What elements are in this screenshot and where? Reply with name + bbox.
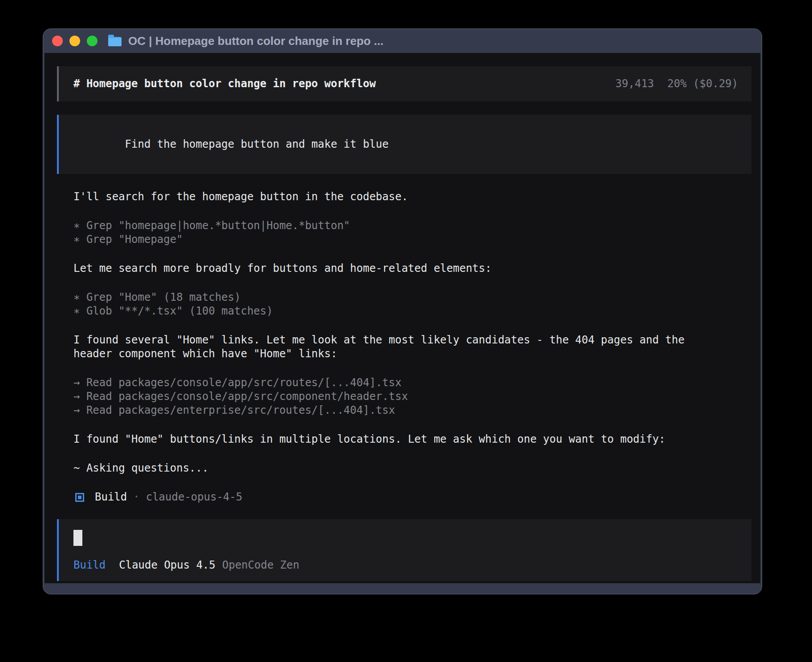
prompt-input[interactable]: Build Claude Opus 4.5 OpenCode Zen (57, 519, 751, 581)
shortcut-hints: ctrl+t variants tab agents ctrl+p comman… (466, 581, 751, 583)
close-button[interactable] (52, 36, 63, 46)
separator-dot: · (133, 490, 139, 504)
hint-label: variants (509, 581, 558, 583)
hint-commands: ctrl+p commands (659, 581, 751, 583)
user-message: Find the homepage button and make it blu… (57, 115, 751, 174)
titlebar: OC | Homepage button color change in rep… (43, 29, 762, 53)
hint-label: agents (602, 581, 639, 583)
hint-variants: ctrl+t variants (466, 581, 558, 583)
token-count: 39,413 (615, 77, 654, 91)
hint-key: ctrl+t (466, 581, 503, 583)
status-bar: esc interrupt ctrl+t variants tab agents… (57, 581, 751, 583)
hint-key: ctrl+p (659, 581, 696, 583)
agent-name: Build (95, 490, 127, 504)
tool-call-grep-glob: ∗ Grep "Home" (18 matches) ∗ Glob "**/*.… (73, 291, 751, 318)
input-provider-name: OpenCode Zen (222, 558, 299, 572)
hint-key: tab (578, 581, 597, 583)
context-cost: 20% ($0.29) (667, 77, 738, 91)
terminal-content: # Homepage button color change in repo w… (45, 53, 760, 583)
tool-call-grep: ∗ Grep "homepage|home.*button|Home.*butt… (73, 219, 751, 246)
assistant-status-text: ~ Asking questions... (73, 461, 751, 475)
tool-call-read: → Read packages/console/app/src/routes/[… (73, 376, 751, 417)
title-group: OC | Homepage button color change in rep… (108, 34, 384, 48)
hint-label: interrupt (177, 581, 233, 583)
user-message-text: Find the homepage button and make it blu… (125, 138, 389, 150)
minimize-button[interactable] (69, 36, 80, 46)
hint-agents: tab agents (578, 581, 640, 583)
assistant-text: I'll search for the homepage button in t… (73, 190, 751, 204)
text-cursor (73, 530, 82, 546)
session-stats: 39,413 20% ($0.29) (615, 77, 738, 91)
hint-key: esc (153, 581, 171, 583)
desktop: OC | Homepage button color change in rep… (0, 0, 812, 662)
hint-interrupt: esc interrupt (153, 581, 233, 583)
conversation: I'll search for the homepage button in t… (73, 190, 751, 490)
terminal-window: OC | Homepage button color change in rep… (43, 28, 762, 594)
model-name: claude-opus-4-5 (146, 490, 243, 504)
input-status-row: Build Claude Opus 4.5 OpenCode Zen (73, 558, 738, 572)
input-agent-name[interactable]: Build (73, 558, 106, 572)
agent-status-line: Build · claude-opus-4-5 (75, 490, 751, 504)
session-title: # Homepage button color change in repo w… (73, 77, 376, 91)
hint-label: commands (702, 581, 751, 583)
assistant-text: I found "Home" buttons/links in multiple… (73, 432, 751, 446)
session-header: # Homepage button color change in repo w… (57, 66, 751, 101)
agent-build-icon (75, 493, 84, 502)
assistant-text: Let me search more broadly for buttons a… (73, 262, 751, 275)
zoom-button[interactable] (87, 36, 97, 46)
window-title: OC | Homepage button color change in rep… (128, 34, 384, 48)
folder-icon (108, 37, 122, 46)
window-controls (52, 36, 97, 46)
assistant-text: I found several "Home" links. Let me loo… (73, 333, 751, 361)
input-model-name[interactable]: Claude Opus 4.5 (119, 558, 215, 572)
